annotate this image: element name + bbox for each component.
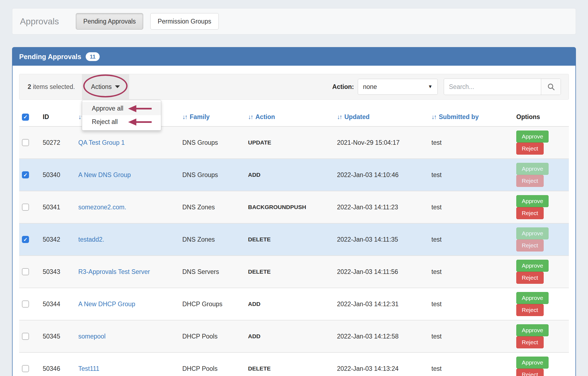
row-action: DELETE: [248, 268, 271, 275]
row-checkbox[interactable]: [22, 300, 29, 308]
reject-button[interactable]: Reject: [516, 336, 544, 348]
reject-button[interactable]: Reject: [516, 207, 544, 219]
page-title: Approvals: [20, 16, 59, 27]
table-row: 50343R3-Approvals Test ServerDNS Servers…: [19, 256, 569, 288]
arrow-head: [128, 118, 136, 126]
search-group: [444, 79, 561, 95]
actions-dropdown-menu: Approve all Reject all: [82, 100, 161, 131]
row-checkbox[interactable]: [22, 204, 29, 211]
row-checkbox[interactable]: ✓: [22, 236, 29, 243]
column-header-action[interactable]: ↓↑Action: [245, 108, 334, 126]
select-all-checkbox[interactable]: ✓: [22, 114, 29, 121]
row-action: BACKGROUNDPUSH: [248, 204, 306, 210]
row-id: 50346: [43, 365, 60, 372]
approve-button[interactable]: Approve: [516, 131, 549, 143]
reject-button[interactable]: Reject: [516, 175, 544, 187]
approve-button[interactable]: Approve: [516, 260, 549, 272]
approve-button[interactable]: Approve: [516, 357, 549, 369]
row-submitted-by: test: [431, 171, 442, 178]
actions-dropdown-button[interactable]: Actions Approve all Reject all: [82, 74, 129, 99]
menu-item-approve-all[interactable]: Approve all: [82, 102, 161, 115]
approve-button[interactable]: Approve: [516, 163, 549, 175]
row-id: 50272: [43, 139, 60, 146]
menu-item-label: Reject all: [92, 118, 118, 125]
arrow-tail: [136, 121, 152, 123]
search-input[interactable]: [444, 79, 541, 95]
row-id: 50340: [43, 171, 60, 178]
table-row: 50346Test111DHCP PoolsDELETE2022-Jan-03 …: [19, 352, 569, 376]
row-checkbox[interactable]: [22, 268, 29, 275]
tab-permission-groups[interactable]: Permission Groups: [150, 13, 219, 30]
row-family: DNS Zones: [182, 236, 215, 243]
reject-button[interactable]: Reject: [516, 369, 544, 376]
menu-item-reject-all[interactable]: Reject all: [82, 115, 161, 129]
row-id: 50345: [43, 333, 60, 340]
row-submitted-by: test: [431, 268, 442, 275]
row-updated: 2022-Jan-03 14:10:46: [337, 171, 399, 178]
row-submitted-by: test: [431, 204, 442, 211]
toolbar-right: Action: none ▼: [332, 79, 561, 95]
row-checkbox[interactable]: ✓: [22, 171, 29, 178]
arrow-tail: [136, 108, 152, 109]
table-row: ✓50340A New DNS GroupDNS GroupsADD2022-J…: [19, 159, 569, 191]
row-checkbox[interactable]: [22, 139, 29, 146]
reject-button[interactable]: Reject: [516, 272, 544, 284]
column-header-options: Options: [514, 108, 569, 126]
row-action: ADD: [248, 301, 261, 307]
column-label: Updated: [344, 113, 370, 120]
row-action: DELETE: [248, 365, 271, 372]
row-checkbox[interactable]: [22, 333, 29, 340]
row-name-link[interactable]: R3-Approvals Test Server: [78, 268, 150, 275]
row-checkbox[interactable]: [22, 365, 29, 372]
chevron-down-icon: ▼: [428, 84, 433, 89]
row-submitted-by: test: [431, 139, 442, 146]
column-header-submitted-by[interactable]: ↓↑Submitted by: [429, 108, 514, 126]
actions-label: Actions: [91, 83, 112, 91]
approve-button[interactable]: Approve: [516, 324, 549, 336]
reject-button[interactable]: Reject: [516, 239, 544, 251]
table-row: 50345somepoolDHCP PoolsADD2022-Jan-03 14…: [19, 320, 569, 352]
column-header-updated[interactable]: ↓↑Updated: [334, 108, 429, 126]
row-name-link[interactable]: A New DNS Group: [78, 171, 131, 178]
page-header: Approvals Pending Approvals Permission G…: [12, 8, 576, 34]
table-row: 50341somezone2.com.DNS ZonesBACKGROUNDPU…: [19, 191, 569, 223]
row-id: 50344: [43, 300, 60, 308]
annotation-arrow-icon: [128, 105, 152, 112]
search-button[interactable]: [541, 79, 561, 95]
arrow-head: [128, 105, 136, 112]
menu-item-label: Approve all: [92, 105, 123, 112]
column-label: Options: [516, 113, 540, 120]
reject-button[interactable]: Reject: [516, 143, 544, 155]
column-label: Family: [190, 113, 210, 120]
row-name-link[interactable]: somepool: [78, 333, 106, 340]
row-updated: 2022-Jan-03 14:11:35: [337, 236, 398, 243]
column-label: Action: [255, 113, 275, 120]
annotation-arrow-icon: [128, 118, 152, 126]
row-name-link[interactable]: QA Test Group 1: [78, 139, 125, 146]
approve-button[interactable]: Approve: [516, 227, 549, 239]
column-header-family[interactable]: ↓↑Family: [180, 108, 245, 126]
approve-button[interactable]: Approve: [516, 195, 549, 207]
row-family: DHCP Groups: [182, 300, 223, 308]
row-id: 50342: [43, 236, 60, 243]
row-name-link[interactable]: testadd2.: [78, 236, 104, 243]
tab-pending-approvals[interactable]: Pending Approvals: [76, 13, 143, 30]
row-name-link[interactable]: somezone2.com.: [78, 204, 126, 211]
row-submitted-by: test: [431, 365, 442, 372]
action-select[interactable]: none ▼: [358, 79, 438, 95]
row-action: ADD: [248, 333, 261, 339]
reject-button[interactable]: Reject: [516, 304, 544, 316]
sort-icon: ↓↑: [182, 113, 187, 120]
row-submitted-by: test: [431, 333, 442, 340]
row-name-link[interactable]: Test111: [78, 365, 99, 372]
row-updated: 2021-Nov-29 15:04:17: [337, 139, 400, 146]
row-id: 50341: [43, 204, 60, 211]
approve-button[interactable]: Approve: [516, 292, 549, 304]
row-family: DHCP Pools: [182, 333, 218, 340]
panel-heading: Pending Approvals 11: [13, 48, 575, 66]
row-name-link[interactable]: A New DHCP Group: [78, 300, 135, 308]
row-action: ADD: [248, 172, 261, 178]
selected-items-text: 2 items selected.: [28, 83, 75, 91]
table-row: ✓50342testadd2.DNS ZonesDELETE2022-Jan-0…: [19, 223, 569, 256]
selected-label: items selected.: [31, 83, 75, 90]
